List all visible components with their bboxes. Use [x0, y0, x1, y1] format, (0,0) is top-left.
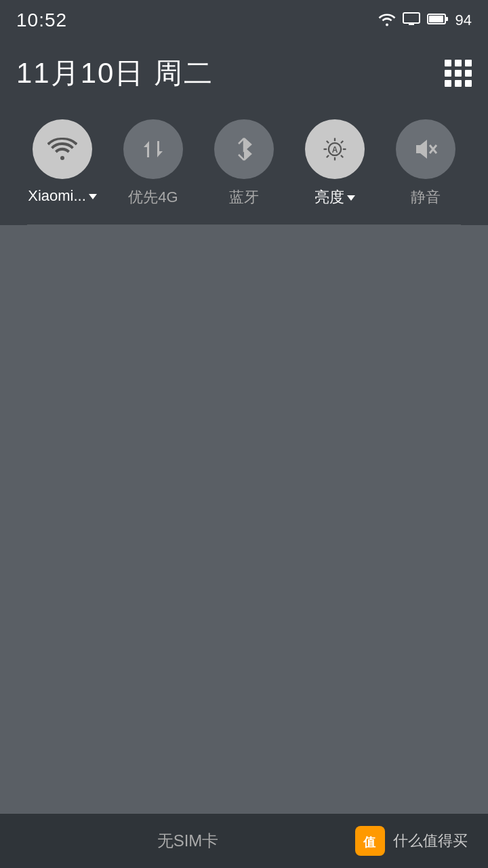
- grid-dot: [455, 60, 462, 66]
- svg-line-15: [341, 141, 343, 143]
- qs-wifi-circle: [33, 119, 92, 179]
- quick-settings-row: Xiaomi... 优先4G: [20, 119, 468, 208]
- svg-line-13: [327, 141, 329, 143]
- qs-bluetooth[interactable]: 蓝牙: [202, 119, 286, 208]
- status-icons: 94: [378, 12, 472, 29]
- smzdm-text[interactable]: 什么值得买: [393, 831, 468, 851]
- status-time: 10:52: [16, 9, 67, 31]
- main-content: [0, 225, 488, 832]
- bottom-left: 无SIM卡: [20, 830, 355, 852]
- no-sim-label: 无SIM卡: [157, 831, 219, 850]
- quick-settings-panel: Xiaomi... 优先4G: [0, 106, 488, 224]
- svg-rect-4: [429, 16, 443, 22]
- qs-wifi[interactable]: Xiaomi...: [20, 119, 104, 205]
- wifi-status-icon: [378, 12, 396, 29]
- app-grid-button[interactable]: [445, 60, 472, 87]
- qs-data[interactable]: 优先4G: [111, 119, 195, 208]
- grid-dot: [445, 80, 451, 87]
- qs-silent[interactable]: 静音: [384, 119, 468, 208]
- status-bar: 10:52 94: [0, 0, 488, 41]
- grid-dot: [455, 70, 462, 77]
- svg-rect-0: [403, 13, 420, 23]
- header: 11月10日 周二: [0, 41, 488, 106]
- battery-status-icon: [427, 13, 449, 28]
- svg-text:值: 值: [363, 835, 376, 849]
- qs-brightness-circle: A: [305, 119, 365, 179]
- qs-brightness-label: 亮度: [314, 187, 355, 208]
- qs-silent-circle: [396, 119, 455, 179]
- bottom-right[interactable]: 值 什么值得买: [355, 826, 468, 856]
- qs-data-label: 优先4G: [128, 187, 178, 208]
- battery-percentage: 94: [455, 12, 472, 29]
- grid-dot: [445, 70, 451, 77]
- svg-line-14: [341, 155, 343, 157]
- display-status-icon: [403, 12, 420, 28]
- svg-text:A: A: [332, 145, 338, 155]
- qs-bluetooth-label: 蓝牙: [229, 187, 259, 208]
- grid-dot: [455, 80, 462, 87]
- svg-rect-3: [445, 17, 448, 21]
- grid-dot: [465, 60, 472, 66]
- svg-line-16: [327, 155, 329, 157]
- svg-line-6: [239, 155, 244, 160]
- qs-data-circle: [123, 119, 183, 179]
- smzdm-logo-icon[interactable]: 值: [355, 826, 385, 856]
- qs-brightness[interactable]: A 亮度: [293, 119, 377, 208]
- grid-dot: [465, 80, 472, 87]
- bottom-bar: 无SIM卡 值 什么值得买: [0, 814, 488, 868]
- qs-bluetooth-circle: [214, 119, 274, 179]
- date-display: 11月10日 周二: [16, 54, 214, 92]
- grid-dot: [445, 60, 451, 66]
- qs-silent-label: 静音: [411, 187, 441, 208]
- grid-dot: [465, 70, 472, 77]
- svg-rect-1: [409, 23, 414, 25]
- qs-wifi-label: Xiaomi...: [28, 187, 97, 205]
